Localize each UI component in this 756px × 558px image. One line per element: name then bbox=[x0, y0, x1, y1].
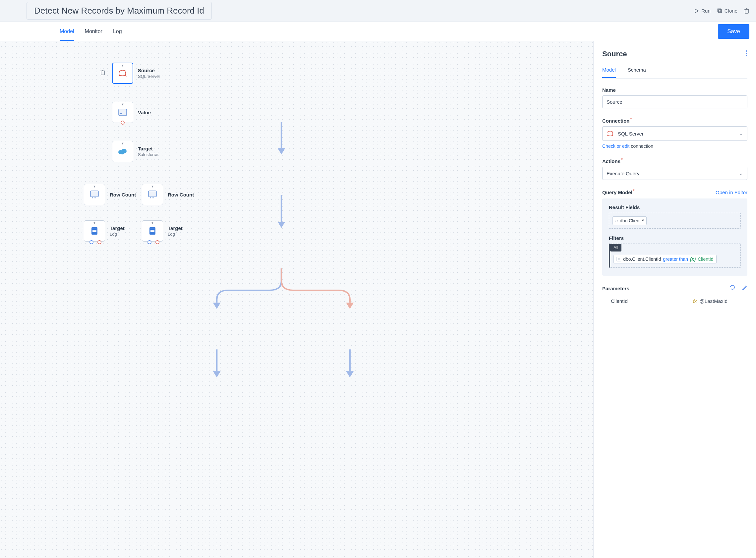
node-rowcount-right[interactable]: ▼ bbox=[142, 184, 163, 205]
workflow-canvas[interactable]: ▼ Source SQL Server ▼ bbox=[0, 41, 594, 558]
name-input[interactable] bbox=[602, 96, 747, 108]
output-port[interactable] bbox=[121, 121, 125, 125]
node-source-title: Source bbox=[138, 68, 160, 73]
tab-model[interactable]: Model bbox=[60, 22, 74, 41]
svg-marker-10 bbox=[213, 371, 221, 377]
node-rowcount-left[interactable]: ▼ bbox=[84, 184, 105, 205]
filters-container[interactable]: All # dbo.Client.ClientId greater than (… bbox=[609, 244, 741, 268]
result-fields-label: Result Fields bbox=[609, 204, 741, 210]
panel-menu-button[interactable] bbox=[746, 50, 747, 58]
run-label: Run bbox=[701, 8, 711, 14]
filter-pill[interactable]: # dbo.Client.ClientId greater than (x) C… bbox=[613, 255, 716, 263]
delete-button[interactable] bbox=[744, 8, 749, 14]
value-icon bbox=[118, 107, 128, 117]
rowcount-icon bbox=[148, 189, 157, 200]
chevron-down-icon: ⌄ bbox=[739, 170, 743, 176]
subbar: Model Monitor Log Save bbox=[0, 22, 756, 41]
actions-label: Actions bbox=[602, 157, 747, 164]
parameter-value: @LastMaxId bbox=[700, 298, 728, 304]
filter-field: dbo.Client.ClientId bbox=[623, 256, 661, 262]
chevron-down-icon: ▼ bbox=[121, 142, 124, 145]
filters-label: Filters bbox=[609, 235, 741, 241]
svg-rect-24 bbox=[149, 191, 156, 197]
svg-rect-34 bbox=[150, 230, 154, 231]
svg-point-19 bbox=[120, 151, 124, 154]
node-value[interactable]: ▼ bbox=[112, 102, 133, 123]
query-model-box: Result Fields a dbo.Client.* Filters All… bbox=[602, 199, 747, 276]
chevron-down-icon: ▼ bbox=[121, 64, 124, 67]
svg-marker-9 bbox=[346, 303, 354, 309]
trash-icon bbox=[744, 8, 749, 14]
properties-panel: Source Model Schema Name Connection bbox=[594, 41, 756, 558]
svg-marker-8 bbox=[213, 303, 221, 309]
log-icon bbox=[148, 226, 157, 236]
svg-rect-35 bbox=[150, 231, 154, 232]
check-edit-link[interactable]: Check or edit bbox=[602, 144, 629, 149]
delete-node-button[interactable] bbox=[100, 70, 105, 77]
node-target-log-left[interactable]: ▼ bbox=[84, 220, 105, 242]
output-port-success[interactable] bbox=[148, 240, 151, 244]
result-fields-container[interactable]: a dbo.Client.* bbox=[609, 213, 741, 229]
tab-log[interactable]: Log bbox=[113, 22, 122, 41]
result-field-pill[interactable]: a dbo.Client.* bbox=[612, 217, 647, 225]
node-target-log-right[interactable]: ▼ bbox=[142, 220, 163, 242]
clone-button[interactable]: Clone bbox=[717, 8, 737, 14]
parameters-label: Parameters bbox=[602, 286, 629, 291]
node-rowcount-right-title: Row Count bbox=[168, 192, 194, 198]
clone-icon bbox=[717, 8, 723, 14]
rowcount-icon bbox=[90, 189, 99, 200]
output-port-success[interactable] bbox=[90, 240, 94, 244]
parameter-row[interactable]: ClientId fx @LastMaxId bbox=[602, 298, 747, 304]
save-button[interactable]: Save bbox=[718, 24, 749, 39]
svg-point-25 bbox=[150, 198, 151, 199]
svg-rect-16 bbox=[120, 113, 122, 114]
node-target-log-right-title: Target bbox=[168, 225, 183, 231]
svg-rect-15 bbox=[119, 109, 127, 116]
panel-tab-schema[interactable]: Schema bbox=[628, 67, 646, 78]
topbar: Detect New Records by Maximum Record Id … bbox=[0, 0, 756, 22]
svg-rect-2 bbox=[717, 9, 721, 11]
node-target1-subtitle: Salesforce bbox=[138, 152, 158, 157]
workflow-title[interactable]: Detect New Records by Maximum Record Id bbox=[26, 2, 212, 20]
svg-marker-7 bbox=[278, 222, 285, 228]
panel-tab-model[interactable]: Model bbox=[602, 67, 616, 78]
connection-select[interactable]: SQL Server ⌄ bbox=[602, 126, 747, 141]
node-target-log-left-subtitle: Log bbox=[110, 232, 125, 236]
svg-point-21 bbox=[92, 198, 93, 199]
svg-rect-12 bbox=[101, 71, 104, 75]
refresh-parameters-button[interactable] bbox=[730, 284, 735, 291]
log-icon bbox=[90, 226, 99, 236]
node-source-subtitle: SQL Server bbox=[138, 74, 160, 79]
node-source[interactable]: ▼ bbox=[112, 62, 133, 84]
node-value-title: Value bbox=[138, 110, 151, 115]
filter-mode-badge[interactable]: All bbox=[610, 244, 622, 252]
svg-rect-29 bbox=[93, 229, 97, 229]
svg-rect-32 bbox=[149, 227, 155, 235]
query-model-label: Query Model bbox=[602, 188, 635, 195]
svg-point-23 bbox=[96, 198, 97, 199]
filter-operator: greater than bbox=[663, 256, 688, 262]
chevron-down-icon: ▼ bbox=[93, 185, 96, 188]
tab-monitor[interactable]: Monitor bbox=[85, 22, 102, 41]
svg-point-22 bbox=[94, 198, 95, 199]
sqlserver-icon bbox=[118, 68, 128, 78]
node-rowcount-left-title: Row Count bbox=[110, 192, 136, 198]
svg-rect-31 bbox=[93, 231, 97, 232]
edit-parameters-button[interactable] bbox=[741, 284, 747, 291]
play-icon bbox=[694, 8, 699, 14]
output-port-error[interactable] bbox=[97, 240, 101, 244]
fx-icon: fx bbox=[693, 298, 697, 304]
svg-marker-0 bbox=[695, 9, 698, 13]
clone-label: Clone bbox=[725, 8, 737, 14]
check-edit-suffix-text: connection bbox=[631, 144, 653, 149]
node-target-salesforce[interactable]: ▼ bbox=[112, 141, 133, 162]
output-port-error[interactable] bbox=[155, 240, 159, 244]
run-button[interactable]: Run bbox=[694, 8, 711, 14]
chevron-down-icon: ▼ bbox=[93, 221, 96, 225]
open-in-editor-link[interactable]: Open in Editor bbox=[715, 189, 747, 195]
actions-select[interactable]: Execute Query ⌄ bbox=[602, 167, 747, 180]
field-glyph-icon: a bbox=[615, 218, 618, 223]
svg-rect-3 bbox=[745, 9, 748, 13]
svg-point-26 bbox=[152, 198, 153, 199]
filter-param: ClientId bbox=[698, 256, 713, 262]
